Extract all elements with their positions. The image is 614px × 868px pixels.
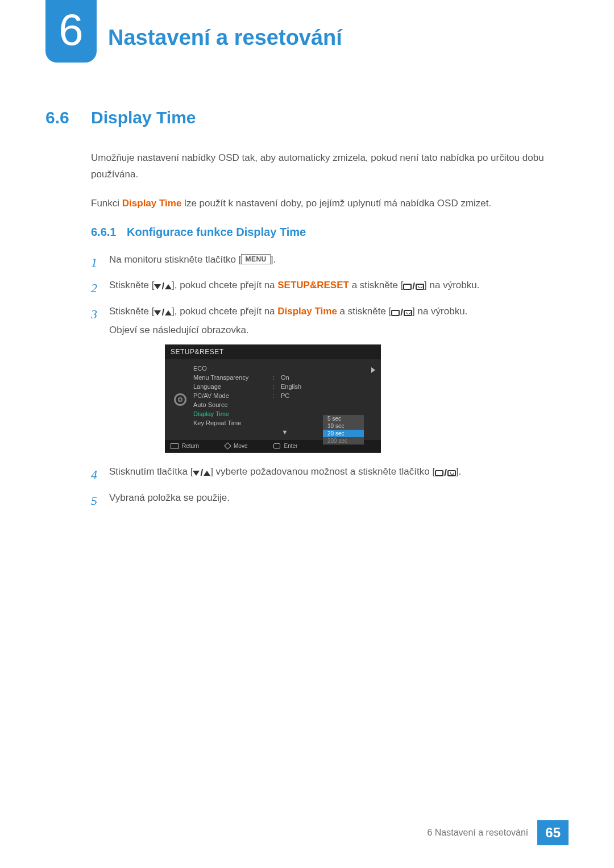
osd-sidebar [167,364,193,435]
text: a stiskněte [ [349,280,403,290]
subsection-number: 6.6.1 [91,226,116,238]
step-number: 2 [91,277,109,300]
step-text: Vybraná položka se použije. [109,489,563,512]
text: ] na výrobku. [424,280,479,290]
step-number: 1 [91,251,109,274]
text: ], pokud chcete přejít na [172,280,277,290]
page-footer: 6 Nastavení a resetování 65 [427,820,569,845]
text: ] vyberte požadovanou možnost a stisknět… [210,466,435,477]
section-number: 6.6 [45,108,91,127]
osd-label: Key Repeat Time [193,420,273,426]
section-title: Display Time [91,108,196,127]
step-text: Stisknutím tlačítka [/] vyberte požadova… [109,463,563,486]
osd-footer-return: Return [171,443,199,449]
text: Funkci [91,198,122,209]
chapter-title: Nastavení a resetování [108,26,342,50]
osd-value: On [281,374,289,381]
down-up-arrows-icon: / [193,464,210,482]
osd-item-autosource: Auto Source [193,400,376,409]
label: Enter [284,443,297,449]
source-enter-icon: / [391,304,412,322]
down-up-arrows-icon: / [154,278,172,296]
enter-icon [273,443,280,448]
page-number: 65 [537,820,569,845]
osd-label: Auto Source [193,401,273,408]
step-text: Stiskněte [/], pokud chcete přejít na SE… [109,277,563,300]
step-text: Stiskněte [/], pokud chcete přejít na Di… [109,303,563,339]
osd-value: English [281,383,301,390]
source-enter-icon: / [435,464,456,482]
chevron-right-icon [371,367,375,373]
text: Na monitoru stiskněte tlačítko [ [109,254,241,265]
text: Stiskněte [ [109,280,154,290]
footer-chapter-label: 6 Nastavení a resetování [427,828,528,838]
osd-label: Language [193,383,273,390]
step-4: 4 Stisknutím tlačítka [/] vyberte požado… [91,463,563,486]
osd-label: PC/AV Mode [193,392,273,399]
step-text: Na monitoru stiskněte tlačítko [MENU]. [109,251,563,274]
text: Stiskněte [ [109,306,154,317]
label: Move [234,443,247,449]
osd-item-pcav: PC/AV Mode:PC [193,391,376,400]
text: ], pokud chcete přejít na [172,306,277,317]
osd-footer-move: Move [225,443,247,449]
osd-footer-enter: Enter [273,443,297,449]
move-icon [224,442,231,450]
step-number: 3 [91,303,109,339]
intro-paragraph-2: Funkci Display Time lze použít k nastave… [91,196,563,212]
osd-option: 200 sec [323,437,364,445]
section-heading: 6.6 Display Time [45,108,563,127]
text: lze použít k nastavení doby, po jejímž u… [181,198,491,209]
osd-option: 10 sec [323,422,364,430]
highlight-display-time: Display Time [122,198,182,209]
step-number: 5 [91,489,109,512]
colon: : [273,383,281,390]
step-1: 1 Na monitoru stiskněte tlačítko [MENU]. [91,251,563,274]
osd-value: PC [281,392,289,399]
text: Objeví se následující obrazovka. [109,322,563,339]
osd-dropdown: 5 sec 10 sec 20 sec 200 sec [323,415,364,445]
colon: : [273,392,281,399]
colon: : [273,374,281,381]
osd-item-transparency: Menu Transparency:On [193,373,376,382]
osd-screenshot: SETUP&RESET ECO Menu Transparency:On Lan… [165,344,381,453]
return-icon [171,443,179,449]
osd-item-language: Language:English [193,382,376,391]
menu-key-icon: MENU [241,254,270,264]
osd-label: ECO [193,365,273,372]
step-number: 4 [91,463,109,486]
text: Stisknutím tlačítka [ [109,466,193,477]
intro-paragraph-1: Umožňuje nastavení nabídky OSD tak, aby … [91,150,563,183]
content-area: 6.6 Display Time Umožňuje nastavení nabí… [45,108,563,515]
down-up-arrows-icon: / [154,304,172,322]
step-3: 3 Stiskněte [/], pokud chcete přejít na … [91,303,563,339]
osd-item-eco: ECO [193,364,376,373]
steps-list: 1 Na monitoru stiskněte tlačítko [MENU].… [91,251,563,512]
highlight-display-time: Display Time [277,306,337,317]
text: a stiskněte [ [337,306,391,317]
text: ]. [271,254,276,265]
osd-label: Menu Transparency [193,374,273,381]
osd-label: Display Time [193,410,273,417]
text: ]. [456,466,461,477]
chapter-tab: 6 [45,0,97,63]
gear-icon [174,393,186,406]
highlight-setup-reset: SETUP&RESET [277,280,349,290]
osd-option: 5 sec [323,415,364,422]
source-enter-icon: / [403,278,424,296]
osd-title: SETUP&RESET [165,344,381,359]
label: Return [182,443,199,449]
osd-body: ECO Menu Transparency:On Language:Englis… [165,359,381,440]
step-5: 5 Vybraná položka se použije. [91,489,563,512]
subsection-heading: 6.6.1 Konfigurace funkce Display Time [91,226,563,239]
subsection-title: Konfigurace funkce Display Time [127,226,306,238]
text: ] na výrobku. [412,306,467,317]
osd-option-selected: 20 sec [323,430,364,437]
step-2: 2 Stiskněte [/], pokud chcete přejít na … [91,277,563,300]
